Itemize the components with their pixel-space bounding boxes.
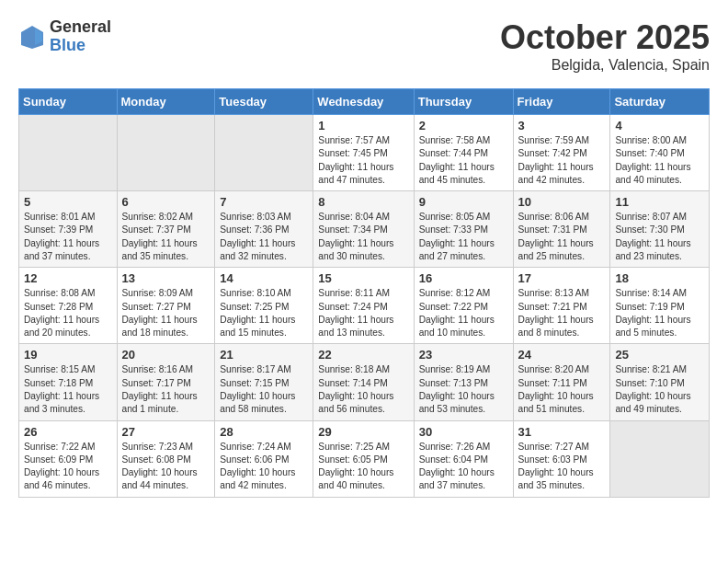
day-info: Sunrise: 8:19 AM Sunset: 7:13 PM Dayligh… [419,363,508,416]
weekday-header-friday: Friday [513,89,610,115]
day-number: 24 [518,348,606,362]
calendar-cell: 22Sunrise: 8:18 AM Sunset: 7:14 PM Dayli… [313,344,414,420]
day-number: 2 [419,119,508,132]
logo-general-text: General [50,18,111,37]
calendar-cell: 14Sunrise: 8:10 AM Sunset: 7:25 PM Dayli… [215,268,313,344]
day-number: 12 [24,271,112,285]
day-info: Sunrise: 8:21 AM Sunset: 7:10 PM Dayligh… [615,363,704,416]
logo-text: General Blue [50,18,111,55]
weekday-header-row: SundayMondayTuesdayWednesdayThursdayFrid… [19,89,710,115]
day-info: Sunrise: 7:25 AM Sunset: 6:05 PM Dayligh… [318,441,408,493]
calendar-week-3: 12Sunrise: 8:08 AM Sunset: 7:28 PM Dayli… [19,268,710,344]
day-info: Sunrise: 8:01 AM Sunset: 7:39 PM Dayligh… [24,211,112,263]
day-info: Sunrise: 7:23 AM Sunset: 6:08 PM Dayligh… [122,441,210,493]
day-number: 27 [122,425,210,439]
day-info: Sunrise: 8:20 AM Sunset: 7:11 PM Dayligh… [518,363,606,416]
day-info: Sunrise: 8:06 AM Sunset: 7:31 PM Dayligh… [518,211,606,263]
calendar-cell: 31Sunrise: 7:27 AM Sunset: 6:03 PM Dayli… [513,420,610,497]
day-number: 1 [318,119,408,132]
logo: General Blue [18,18,111,55]
calendar-cell: 26Sunrise: 7:22 AM Sunset: 6:09 PM Dayli… [19,420,118,497]
day-number: 11 [615,195,704,209]
calendar-cell: 30Sunrise: 7:26 AM Sunset: 6:04 PM Dayli… [414,420,513,497]
calendar-cell: 5Sunrise: 8:01 AM Sunset: 7:39 PM Daylig… [19,191,118,268]
weekday-header-thursday: Thursday [414,89,513,115]
day-info: Sunrise: 7:22 AM Sunset: 6:09 PM Dayligh… [24,441,112,493]
day-number: 9 [419,195,508,209]
calendar-cell: 18Sunrise: 8:14 AM Sunset: 7:19 PM Dayli… [610,268,710,344]
calendar-cell: 12Sunrise: 8:08 AM Sunset: 7:28 PM Dayli… [19,268,118,344]
day-info: Sunrise: 8:14 AM Sunset: 7:19 PM Dayligh… [615,287,704,339]
day-number: 6 [122,195,210,209]
calendar-cell: 17Sunrise: 8:13 AM Sunset: 7:21 PM Dayli… [513,268,610,344]
day-number: 16 [419,271,508,285]
calendar-cell [117,115,215,191]
day-info: Sunrise: 8:17 AM Sunset: 7:15 PM Dayligh… [220,363,308,416]
logo-blue-text: Blue [50,37,111,55]
day-number: 21 [220,348,308,362]
calendar-cell: 27Sunrise: 7:23 AM Sunset: 6:08 PM Dayli… [117,420,215,497]
calendar-cell: 29Sunrise: 7:25 AM Sunset: 6:05 PM Dayli… [313,420,414,497]
calendar-cell: 8Sunrise: 8:04 AM Sunset: 7:34 PM Daylig… [313,191,414,268]
weekday-header-sunday: Sunday [19,89,118,115]
day-info: Sunrise: 7:58 AM Sunset: 7:44 PM Dayligh… [419,134,508,187]
calendar-cell [610,420,710,497]
weekday-header-saturday: Saturday [610,89,710,115]
calendar-cell: 4Sunrise: 8:00 AM Sunset: 7:40 PM Daylig… [610,115,710,191]
calendar-week-5: 26Sunrise: 7:22 AM Sunset: 6:09 PM Dayli… [19,420,710,497]
calendar-cell: 6Sunrise: 8:02 AM Sunset: 7:37 PM Daylig… [117,191,215,268]
day-info: Sunrise: 8:16 AM Sunset: 7:17 PM Dayligh… [122,363,210,416]
calendar-week-2: 5Sunrise: 8:01 AM Sunset: 7:39 PM Daylig… [19,191,710,268]
calendar-cell: 19Sunrise: 8:15 AM Sunset: 7:18 PM Dayli… [19,344,118,420]
calendar-cell: 7Sunrise: 8:03 AM Sunset: 7:36 PM Daylig… [215,191,313,268]
calendar-cell: 9Sunrise: 8:05 AM Sunset: 7:33 PM Daylig… [414,191,513,268]
day-info: Sunrise: 7:26 AM Sunset: 6:04 PM Dayligh… [419,441,508,493]
location: Belgida, Valencia, Spain [500,57,710,74]
day-number: 25 [615,348,704,362]
day-info: Sunrise: 7:59 AM Sunset: 7:42 PM Dayligh… [518,134,606,187]
calendar-cell: 13Sunrise: 8:09 AM Sunset: 7:27 PM Dayli… [117,268,215,344]
calendar-cell: 1Sunrise: 7:57 AM Sunset: 7:45 PM Daylig… [313,115,414,191]
day-info: Sunrise: 8:00 AM Sunset: 7:40 PM Dayligh… [615,134,704,187]
day-number: 13 [122,271,210,285]
day-number: 14 [220,271,308,285]
day-number: 10 [518,195,606,209]
logo-icon [18,23,46,51]
day-info: Sunrise: 8:11 AM Sunset: 7:24 PM Dayligh… [318,287,408,339]
day-number: 5 [24,195,112,209]
day-info: Sunrise: 8:05 AM Sunset: 7:33 PM Dayligh… [419,211,508,263]
day-info: Sunrise: 8:07 AM Sunset: 7:30 PM Dayligh… [615,211,704,263]
calendar-week-4: 19Sunrise: 8:15 AM Sunset: 7:18 PM Dayli… [19,344,710,420]
day-number: 23 [419,348,508,362]
calendar-cell: 23Sunrise: 8:19 AM Sunset: 7:13 PM Dayli… [414,344,513,420]
day-number: 30 [419,425,508,439]
day-info: Sunrise: 8:04 AM Sunset: 7:34 PM Dayligh… [318,211,408,263]
day-number: 7 [220,195,308,209]
day-info: Sunrise: 8:08 AM Sunset: 7:28 PM Dayligh… [24,287,112,339]
calendar-cell [19,115,118,191]
day-number: 18 [615,271,704,285]
day-info: Sunrise: 8:18 AM Sunset: 7:14 PM Dayligh… [318,363,408,416]
calendar-cell: 15Sunrise: 8:11 AM Sunset: 7:24 PM Dayli… [313,268,414,344]
calendar-cell: 11Sunrise: 8:07 AM Sunset: 7:30 PM Dayli… [610,191,710,268]
calendar-cell: 3Sunrise: 7:59 AM Sunset: 7:42 PM Daylig… [513,115,610,191]
day-number: 20 [122,348,210,362]
calendar-cell: 21Sunrise: 8:17 AM Sunset: 7:15 PM Dayli… [215,344,313,420]
day-number: 31 [518,425,606,439]
calendar-table: SundayMondayTuesdayWednesdayThursdayFrid… [18,88,710,498]
calendar-cell: 25Sunrise: 8:21 AM Sunset: 7:10 PM Dayli… [610,344,710,420]
day-number: 8 [318,195,408,209]
day-number: 28 [220,425,308,439]
calendar-week-1: 1Sunrise: 7:57 AM Sunset: 7:45 PM Daylig… [19,115,710,191]
day-info: Sunrise: 8:03 AM Sunset: 7:36 PM Dayligh… [220,211,308,263]
day-info: Sunrise: 7:27 AM Sunset: 6:03 PM Dayligh… [518,441,606,493]
day-info: Sunrise: 7:57 AM Sunset: 7:45 PM Dayligh… [318,134,408,187]
calendar-cell: 20Sunrise: 8:16 AM Sunset: 7:17 PM Dayli… [117,344,215,420]
day-number: 3 [518,119,606,132]
weekday-header-monday: Monday [117,89,215,115]
day-number: 22 [318,348,408,362]
weekday-header-wednesday: Wednesday [313,89,414,115]
day-info: Sunrise: 8:09 AM Sunset: 7:27 PM Dayligh… [122,287,210,339]
day-info: Sunrise: 8:10 AM Sunset: 7:25 PM Dayligh… [220,287,308,339]
calendar-cell: 28Sunrise: 7:24 AM Sunset: 6:06 PM Dayli… [215,420,313,497]
